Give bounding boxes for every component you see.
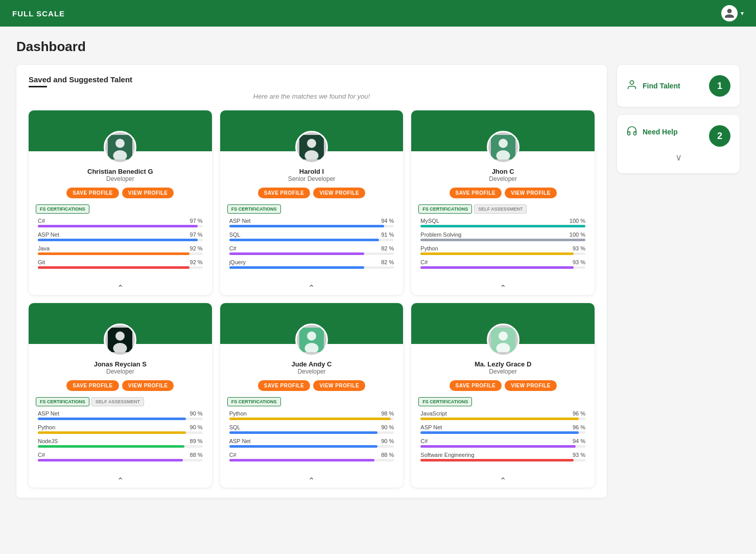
skill-label: SQL [229,232,241,238]
collapse-button[interactable]: ⌃ [29,279,212,295]
collapse-button[interactable]: ⌃ [411,472,595,488]
collapse-icon: ⌃ [500,283,506,293]
skill-label: C# [420,259,428,265]
skill-pct: 82 % [381,245,394,251]
skill-item: ASP Net 97 % [38,232,203,241]
skill-label: C# [229,245,237,251]
skill-bar-fill [229,239,380,241]
skill-item: SQL 90 % [229,424,394,434]
svg-point-10 [115,332,125,341]
find-talent-left: Find Talent [626,79,680,93]
save-profile-button[interactable]: SAVE PROFILE [450,380,502,391]
skill-label: ASP Net [420,424,442,430]
skill-item: C# 88 % [38,452,203,461]
skill-bar-fill [420,418,579,420]
skill-bar-bg [38,431,203,434]
view-profile-button[interactable]: VIEW PROFILE [122,380,174,391]
skill-bar-fill [229,252,365,255]
skill-label: Python [38,424,55,430]
skill-label: ASP Net [229,438,251,444]
collapse-button[interactable]: ⌃ [411,279,595,295]
skill-item: Software Engineering 93 % [420,452,585,461]
save-profile-button[interactable]: SAVE PROFILE [66,380,119,391]
skill-bar-bg [420,252,585,255]
skill-pct: 93 % [573,245,585,251]
skill-pct: 90 % [381,438,394,444]
card-body: Jonas Reycian S Developer SAVE PROFILE V… [29,344,212,472]
avatar [104,324,136,356]
skill-list: C# 97 % ASP Net 97 % Java 92 % [36,218,205,269]
need-help-card[interactable]: Need Help 2 ∨ [617,115,740,173]
view-profile-button[interactable]: VIEW PROFILE [122,188,174,198]
skill-pct: 90 % [381,424,394,430]
skill-bar-fill [229,431,377,434]
talent-card: Ma. Lezly Grace D Developer SAVE PROFILE… [411,303,595,488]
fs-certifications-tab[interactable]: FS CERTIFICATIONS [36,204,89,214]
skill-label: C# [38,218,45,224]
skill-item: C# 82 % [229,245,394,255]
skill-bar-bg [229,239,394,241]
skill-item: Problem Solving 100 % [420,232,585,241]
skill-item: jQuery 82 % [229,259,394,269]
right-panel: Find Talent 1 Need Hel [617,65,740,173]
skill-bar-bg [420,459,585,461]
fs-certifications-tab[interactable]: FS CERTIFICATIONS [36,397,89,406]
save-profile-button[interactable]: SAVE PROFILE [66,188,119,198]
skill-bar-bg [420,445,585,448]
skill-bar-fill [38,418,186,420]
collapse-button[interactable]: ⌃ [29,472,212,488]
skill-bar-bg [38,266,203,269]
skill-label: C# [420,438,428,444]
fs-certifications-tab[interactable]: FS CERTIFICATIONS [418,204,472,214]
card-body: Jude Andy C Developer SAVE PROFILE VIEW … [220,344,404,472]
view-profile-button[interactable]: VIEW PROFILE [313,188,365,198]
card-role: Developer [418,175,587,182]
skill-pct: 100 % [570,232,585,238]
save-profile-button[interactable]: SAVE PROFILE [450,188,502,198]
skill-label: MySQL [420,218,439,224]
self-assessment-tab[interactable]: SELF ASSESSMENT [474,204,527,214]
skill-bar-bg [229,252,394,255]
card-buttons: SAVE PROFILE VIEW PROFILE [36,380,205,391]
skill-bar-bg [38,459,203,461]
svg-point-7 [499,139,508,148]
fs-certifications-tab[interactable]: FS CERTIFICATIONS [227,204,281,214]
svg-point-16 [499,332,508,341]
self-assessment-tab[interactable]: SELF ASSESSMENT [91,397,144,406]
skill-pct: 97 % [190,218,203,224]
find-talent-card[interactable]: Find Talent 1 [617,65,740,107]
save-profile-button[interactable]: SAVE PROFILE [258,380,311,391]
skill-list: MySQL 100 % Problem Solving 100 % Python… [418,218,587,269]
card-name: Harold I [227,168,396,175]
card-role: Senior Developer [227,175,396,182]
skill-bar-bg [229,431,394,434]
header: FULL SCALE ▾ [0,0,756,27]
skill-bar-fill [420,266,574,269]
person-icon [626,79,637,93]
skill-bar-fill [38,431,186,434]
fs-certifications-tab[interactable]: FS CERTIFICATIONS [418,397,472,406]
skill-bar-fill [420,459,574,461]
skill-pct: 97 % [190,232,203,238]
chevron-down-icon[interactable]: ∨ [675,152,682,163]
view-profile-button[interactable]: VIEW PROFILE [505,188,557,198]
skill-bar-bg [229,445,394,448]
view-profile-button[interactable]: VIEW PROFILE [313,380,365,391]
card-role: Developer [227,368,396,375]
left-panel: Saved and Suggested Talent Here are the … [16,65,607,498]
collapse-button[interactable]: ⌃ [220,472,404,488]
skill-bar-fill [38,445,184,448]
talent-card: Jonas Reycian S Developer SAVE PROFILE V… [29,303,212,488]
card-body: Jhon C Developer SAVE PROFILE VIEW PROFI… [411,151,595,279]
card-name: Christian Benedict G [36,168,205,175]
collapse-button[interactable]: ⌃ [220,279,404,295]
user-menu[interactable]: ▾ [721,5,744,21]
main-layout: Saved and Suggested Talent Here are the … [16,65,740,498]
skill-item: Python 90 % [38,424,203,434]
save-profile-button[interactable]: SAVE PROFILE [258,188,311,198]
fs-certifications-tab[interactable]: FS CERTIFICATIONS [227,397,281,406]
skill-bar-bg [420,239,585,241]
skill-label: JavaScript [420,410,446,417]
view-profile-button[interactable]: VIEW PROFILE [505,380,557,391]
avatar [295,324,328,356]
